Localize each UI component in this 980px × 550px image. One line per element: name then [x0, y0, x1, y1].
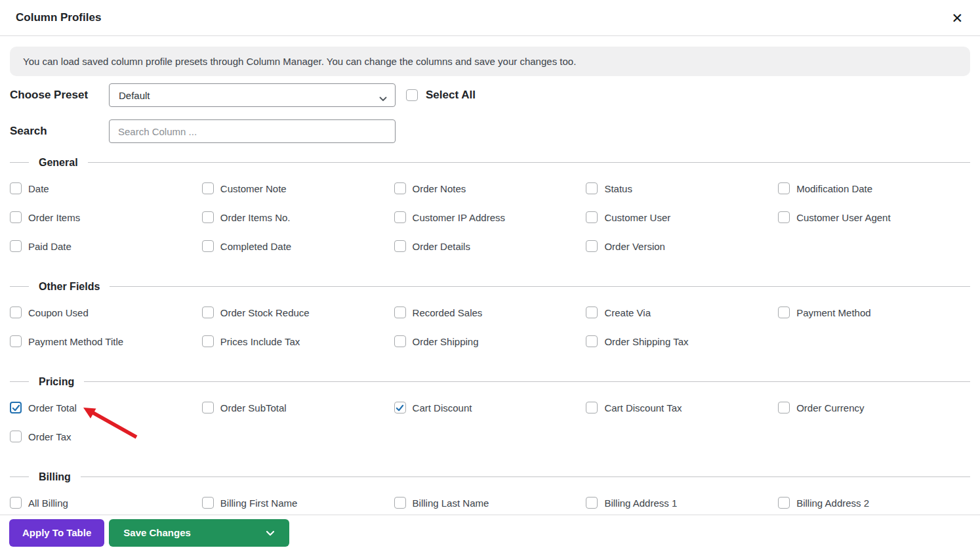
- checkbox-item-billing-address-2[interactable]: Billing Address 2: [778, 497, 970, 509]
- checkbox-label: Order Shipping: [413, 336, 479, 347]
- checkbox-order-tax[interactable]: [10, 431, 22, 442]
- checkbox-item-all-billing[interactable]: All Billing: [10, 497, 202, 509]
- checkbox-item-modification-date[interactable]: Modification Date: [778, 182, 970, 194]
- save-changes-button[interactable]: Save Changes: [109, 519, 289, 547]
- checkbox-label: Recorded Sales: [413, 307, 483, 318]
- checkbox-item-order-subtotal[interactable]: Order SubTotal: [202, 402, 394, 413]
- section-header: Pricing: [10, 375, 970, 389]
- checkbox-order-items-no[interactable]: [202, 211, 214, 223]
- section-title: General: [29, 156, 88, 170]
- checkbox-label: Order Details: [413, 241, 470, 252]
- checkbox-item-order-version[interactable]: Order Version: [586, 240, 778, 252]
- checkbox-label: Customer IP Address: [413, 212, 505, 223]
- checkbox-paid-date[interactable]: [10, 240, 22, 252]
- choose-preset-row: Choose Preset Default Select All: [10, 83, 970, 107]
- checkbox-item-customer-user[interactable]: Customer User: [586, 211, 778, 223]
- checkbox-customer-user[interactable]: [586, 211, 598, 223]
- section-title: Billing: [29, 470, 81, 484]
- sections: GeneralDateCustomer NoteOrder NotesStatu…: [10, 156, 970, 517]
- checkbox-item-payment-method[interactable]: Payment Method: [778, 307, 970, 318]
- search-row: Search: [10, 119, 970, 143]
- checkbox-order-notes[interactable]: [394, 182, 406, 194]
- checkbox-item-coupon-used[interactable]: Coupon Used: [10, 307, 202, 318]
- close-icon[interactable]: ✕: [949, 10, 966, 26]
- checkbox-status[interactable]: [586, 182, 598, 194]
- checkbox-item-prices-include-tax[interactable]: Prices Include Tax: [202, 335, 394, 347]
- checkbox-billing-address-2[interactable]: [778, 497, 790, 509]
- checkbox-completed-date[interactable]: [202, 240, 214, 252]
- checkbox-customer-user-agent[interactable]: [778, 211, 790, 223]
- checkbox-item-cart-discount[interactable]: Cart Discount: [394, 402, 586, 413]
- checkbox-modification-date[interactable]: [778, 182, 790, 194]
- checkbox-item-billing-address-1[interactable]: Billing Address 1: [586, 497, 778, 509]
- checkbox-item-order-total[interactable]: Order Total: [10, 402, 202, 413]
- checkbox-label: Billing Address 1: [604, 497, 677, 509]
- checkbox-item-order-items[interactable]: Order Items: [10, 211, 202, 223]
- checkbox-all-billing[interactable]: [10, 497, 22, 509]
- checkbox-label: Order Version: [604, 241, 665, 252]
- checkbox-item-customer-note[interactable]: Customer Note: [202, 182, 394, 194]
- checkbox-create-via[interactable]: [586, 307, 598, 318]
- checkbox-prices-include-tax[interactable]: [202, 335, 214, 347]
- checkbox-item-completed-date[interactable]: Completed Date: [202, 240, 394, 252]
- check-icon: [396, 404, 404, 412]
- checkbox-payment-method-title[interactable]: [10, 335, 22, 347]
- checkbox-item-order-tax[interactable]: Order Tax: [10, 431, 202, 442]
- checkbox-label: Paid Date: [28, 241, 71, 252]
- checkbox-date[interactable]: [10, 182, 22, 194]
- select-all-checkbox[interactable]: [406, 89, 418, 101]
- checkbox-label: Order Shipping Tax: [604, 336, 688, 347]
- checkbox-customer-ip-address[interactable]: [394, 211, 406, 223]
- checkbox-item-customer-user-agent[interactable]: Customer User Agent: [778, 211, 970, 223]
- checkbox-item-create-via[interactable]: Create Via: [586, 307, 778, 318]
- checkbox-item-billing-first-name[interactable]: Billing First Name: [202, 497, 394, 509]
- checkbox-label: Billing First Name: [220, 497, 298, 509]
- checkbox-label: Order Tax: [28, 431, 71, 442]
- checkbox-item-order-notes[interactable]: Order Notes: [394, 182, 586, 194]
- checkbox-order-version[interactable]: [586, 240, 598, 252]
- checkbox-order-currency[interactable]: [778, 402, 790, 413]
- checkbox-billing-last-name[interactable]: [394, 497, 406, 509]
- checkbox-item-order-shipping-tax[interactable]: Order Shipping Tax: [586, 335, 778, 347]
- apply-to-table-button[interactable]: Apply To Table: [9, 519, 104, 547]
- checkbox-item-order-currency[interactable]: Order Currency: [778, 402, 970, 413]
- modal-body: You can load saved column profile preset…: [0, 47, 980, 517]
- checkbox-item-customer-ip-address[interactable]: Customer IP Address: [394, 211, 586, 223]
- section-divider: [10, 286, 970, 287]
- checkbox-order-stock-reduce[interactable]: [202, 307, 214, 318]
- checkbox-item-order-stock-reduce[interactable]: Order Stock Reduce: [202, 307, 394, 318]
- checkbox-customer-note[interactable]: [202, 182, 214, 194]
- checkbox-label: Order Stock Reduce: [220, 307, 310, 318]
- checkbox-label: Prices Include Tax: [220, 336, 300, 347]
- checkbox-item-order-details[interactable]: Order Details: [394, 240, 586, 252]
- checkbox-order-items[interactable]: [10, 211, 22, 223]
- checkbox-order-shipping[interactable]: [394, 335, 406, 347]
- checkbox-payment-method[interactable]: [778, 307, 790, 318]
- checkbox-item-recorded-sales[interactable]: Recorded Sales: [394, 307, 586, 318]
- select-all[interactable]: Select All: [406, 89, 476, 102]
- save-changes-label: Save Changes: [123, 527, 191, 538]
- checkbox-item-cart-discount-tax[interactable]: Cart Discount Tax: [586, 402, 778, 413]
- checkbox-cart-discount-tax[interactable]: [586, 402, 598, 413]
- checkbox-item-status[interactable]: Status: [586, 182, 778, 194]
- preset-select[interactable]: Default: [109, 83, 396, 107]
- checkbox-order-shipping-tax[interactable]: [586, 335, 598, 347]
- checkbox-item-paid-date[interactable]: Paid Date: [10, 240, 202, 252]
- checkbox-item-billing-last-name[interactable]: Billing Last Name: [394, 497, 586, 509]
- chevron-down-icon[interactable]: [266, 527, 275, 538]
- checkbox-recorded-sales[interactable]: [394, 307, 406, 318]
- checkbox-cart-discount[interactable]: [394, 402, 406, 413]
- checkbox-billing-address-1[interactable]: [586, 497, 598, 509]
- checkbox-order-details[interactable]: [394, 240, 406, 252]
- checkbox-order-total[interactable]: [10, 402, 22, 413]
- checkbox-billing-first-name[interactable]: [202, 497, 214, 509]
- checkbox-coupon-used[interactable]: [10, 307, 22, 318]
- checkbox-item-date[interactable]: Date: [10, 182, 202, 194]
- choose-preset-label: Choose Preset: [10, 89, 109, 102]
- section-header: Billing: [10, 470, 970, 484]
- checkbox-item-order-shipping[interactable]: Order Shipping: [394, 335, 586, 347]
- checkbox-order-subtotal[interactable]: [202, 402, 214, 413]
- search-input[interactable]: [109, 119, 396, 143]
- checkbox-item-payment-method-title[interactable]: Payment Method Title: [10, 335, 202, 347]
- checkbox-item-order-items-no[interactable]: Order Items No.: [202, 211, 394, 223]
